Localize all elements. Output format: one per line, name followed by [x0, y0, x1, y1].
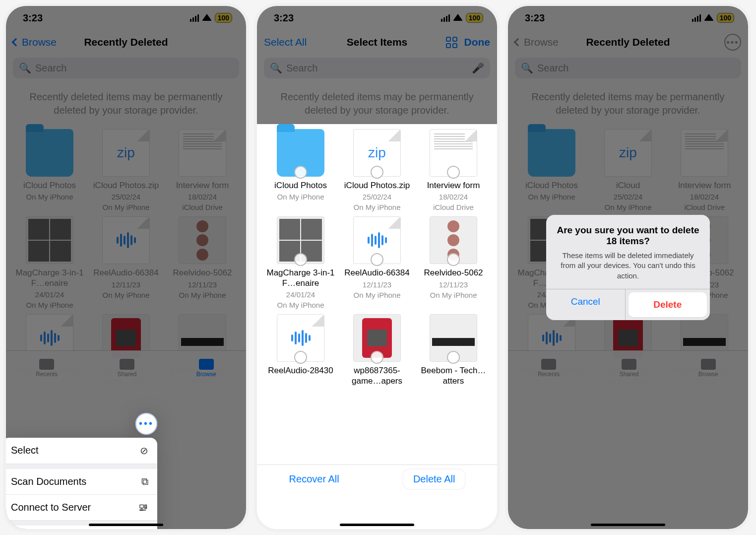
options-popover: ••• Select⊘ Scan Documents⧉ Connect to S… — [3, 413, 157, 532]
home-indicator[interactable] — [591, 524, 665, 526]
action-bar: Recover All Delete All — [257, 465, 497, 493]
selection-checkbox[interactable] — [371, 351, 383, 364]
file-item[interactable]: Beebom - Tech…atters — [417, 314, 490, 386]
delete-alert: Are you sure you want to delete 18 items… — [546, 215, 710, 320]
alert-delete-button[interactable]: Delete — [629, 292, 707, 317]
selection-checkbox[interactable] — [294, 166, 307, 179]
file-name: iCloud Photos.zip — [340, 181, 414, 191]
alert-overlay: Are you sure you want to delete 18 items… — [508, 6, 748, 529]
checkmark-circle-icon: ⊘ — [140, 445, 148, 457]
selection-checkbox[interactable] — [294, 253, 307, 266]
ellipsis-icon: ••• — [139, 418, 154, 429]
screenshot-3: 3:23 100 Browse Recently Deleted ••• 🔍 S… — [505, 3, 751, 532]
file-item[interactable]: Interview form18/02/24iCloud Drive — [417, 129, 490, 211]
file-name: Reelvideo-5062 — [417, 268, 490, 278]
home-indicator[interactable] — [89, 524, 163, 526]
screenshot-2: 3:23 100 Select All Select Items Done 🔍 … — [254, 3, 500, 532]
file-name: ReelAudio-28430 — [264, 366, 337, 376]
selection-checkbox[interactable] — [371, 166, 383, 179]
file-name: Interview form — [417, 181, 490, 191]
more-button[interactable]: ••• — [135, 413, 157, 435]
file-name: MagCharge 3-in-1 F…enaire — [264, 268, 337, 288]
server-icon: 🖳 — [138, 502, 148, 513]
file-item[interactable]: zipiCloud Photos.zip25/02/24On My iPhone — [340, 129, 414, 211]
selection-checkbox[interactable] — [447, 351, 460, 364]
file-item[interactable]: iCloud PhotosOn My iPhone — [264, 129, 337, 211]
selection-checkbox[interactable] — [447, 253, 460, 266]
file-name: wp8687365-game…apers — [340, 366, 414, 386]
selection-checkbox[interactable] — [447, 166, 460, 179]
selection-checkbox[interactable] — [294, 351, 307, 364]
alert-cancel-button[interactable]: Cancel — [546, 289, 626, 320]
menu-select[interactable]: Select⊘ — [3, 438, 157, 464]
selection-checkbox[interactable] — [371, 253, 383, 266]
alert-body: These items will be deleted immediately … — [556, 251, 700, 281]
recover-all-button[interactable]: Recover All — [289, 473, 339, 485]
menu-scan-documents[interactable]: Scan Documents⧉ — [3, 469, 157, 495]
scan-icon: ⧉ — [141, 476, 148, 487]
menu-view-icons[interactable]: Icons▦ — [3, 526, 157, 532]
file-item[interactable]: wp8687365-game…apers — [340, 314, 414, 386]
file-name: Beebom - Tech…atters — [417, 366, 490, 386]
screenshot-1: 3:23 100 Browse Recently Deleted 🔍 Searc… — [3, 3, 249, 532]
file-item[interactable]: MagCharge 3-in-1 F…enaire24/01/24On My i… — [264, 216, 337, 309]
menu-connect-server[interactable]: Connect to Server🖳 — [3, 495, 157, 521]
alert-title: Are you sure you want to delete 18 items… — [556, 225, 700, 247]
file-item[interactable]: ReelAudio-6638412/11/23On My iPhone — [340, 216, 414, 309]
delete-all-button[interactable]: Delete All — [403, 469, 465, 489]
home-indicator[interactable] — [340, 524, 414, 526]
file-name: ReelAudio-66384 — [340, 268, 414, 278]
file-name: iCloud Photos — [264, 181, 337, 191]
file-item[interactable]: ReelAudio-28430 — [264, 314, 337, 386]
file-item[interactable]: Reelvideo-506212/11/23On My iPhone — [417, 216, 490, 309]
